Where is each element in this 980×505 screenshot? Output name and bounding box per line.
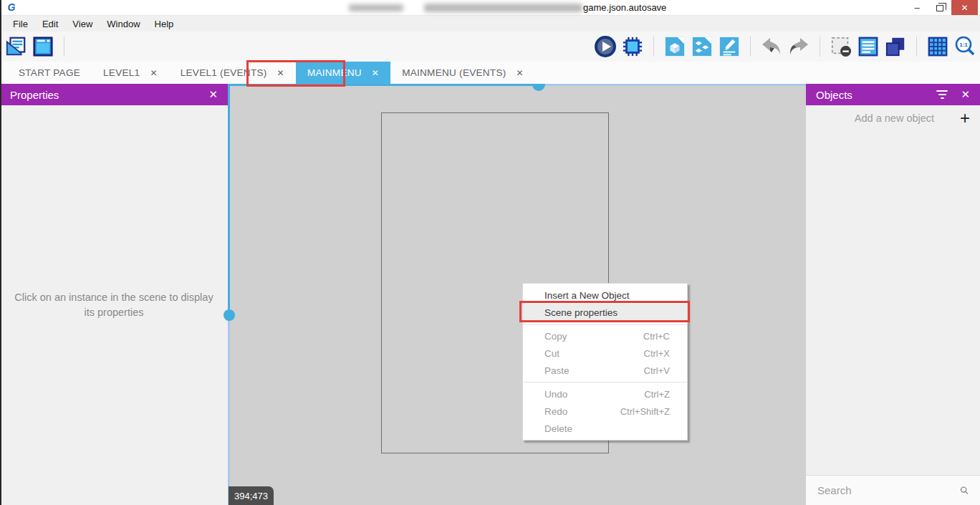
zoom-1-1-icon[interactable]: 1:1 <box>953 35 976 58</box>
objects-title: Objects <box>816 89 852 101</box>
left-divider <box>228 84 230 309</box>
menu-shortcut: Ctrl+X <box>644 348 670 359</box>
properties-header: Properties ✕ <box>0 84 228 105</box>
search-input[interactable] <box>817 484 960 496</box>
close-icon[interactable]: ✕ <box>208 88 218 101</box>
properties-panel: Properties ✕ Click on an instance in the… <box>0 84 228 505</box>
tab-mainmenu-events[interactable]: MAINMENU (EVENTS) ✕ <box>390 62 535 84</box>
menu-item-label: Cut <box>544 348 559 359</box>
menu-item-label: Scene properties <box>544 307 618 318</box>
menu-item-cut[interactable]: Cut Ctrl+X <box>523 345 687 362</box>
menu-item-label: Redo <box>544 406 567 417</box>
add-object-button[interactable]: Add a new object + <box>806 105 980 131</box>
tab-close-icon[interactable]: ✕ <box>372 68 379 78</box>
restore-button[interactable] <box>928 0 951 15</box>
debug-icon[interactable] <box>621 35 644 58</box>
tab-bar: START PAGE LEVEL1 ✕ LEVEL1 (EVENTS) ✕ MA… <box>0 62 980 84</box>
menu-item-label: Undo <box>544 389 567 400</box>
add-object-label: Add a new object <box>816 112 960 124</box>
cursor-coordinates: 394;473 <box>229 486 274 505</box>
menu-edit[interactable]: Edit <box>35 19 65 29</box>
toolbar-separator <box>750 37 751 57</box>
tab-mainmenu[interactable]: MAINMENU ✕ <box>296 62 390 84</box>
filter-icon[interactable] <box>936 90 948 99</box>
add-object-icon[interactable] <box>663 35 686 58</box>
toolbar-separator <box>64 37 64 57</box>
edit-scene-icon[interactable] <box>718 35 741 58</box>
menu-item-redo[interactable]: Redo Ctrl+Shift+Z <box>523 403 687 420</box>
tab-label: MAINMENU <box>307 67 362 78</box>
toolbar-separator <box>820 37 820 57</box>
tab-close-icon[interactable]: ✕ <box>150 68 157 78</box>
gdevelop-logo-icon: G <box>6 1 17 13</box>
objects-panel: Objects ✕ Add a new object + <box>806 84 980 505</box>
menu-shortcut: Ctrl+C <box>643 331 670 342</box>
redo-icon[interactable] <box>787 35 810 58</box>
close-button[interactable]: ✕ <box>951 0 978 15</box>
menu-item-scene-properties[interactable]: Scene properties <box>523 304 687 321</box>
menu-item-paste[interactable]: Paste Ctrl+V <box>523 362 687 379</box>
minimize-button[interactable]: – <box>905 0 928 15</box>
restore-icon <box>936 5 943 11</box>
menu-item-label: Delete <box>544 423 572 434</box>
menu-help[interactable]: Help <box>148 19 181 29</box>
properties-empty-message: Click on an instance in the scene to dis… <box>10 290 218 320</box>
menu-separator <box>523 382 687 383</box>
toolbar: 1:1 <box>0 32 980 62</box>
tab-label: LEVEL1 <box>103 67 140 78</box>
menu-item-copy[interactable]: Copy Ctrl+C <box>523 327 687 345</box>
context-menu: Insert a New Object Scene properties Cop… <box>522 283 688 441</box>
layers-icon[interactable] <box>884 35 907 58</box>
left-divider <box>228 309 230 505</box>
title-bar: G game.json.autosave – ✕ <box>0 0 980 16</box>
menu-item-insert-new-object[interactable]: Insert a New Object <box>523 287 687 304</box>
menu-item-undo[interactable]: Undo Ctrl+Z <box>523 385 687 403</box>
grid-icon[interactable] <box>926 35 949 58</box>
menu-item-label: Paste <box>544 365 570 376</box>
window-left-edge <box>0 0 1 505</box>
top-divider <box>533 84 806 86</box>
menu-view[interactable]: View <box>65 19 100 29</box>
tab-label: START PAGE <box>19 67 80 78</box>
undo-icon[interactable] <box>760 35 783 58</box>
objects-header: Objects ✕ <box>806 84 980 105</box>
instance-properties-icon[interactable] <box>857 35 880 58</box>
plus-icon: + <box>960 110 970 127</box>
menu-shortcut: Ctrl+V <box>644 365 670 376</box>
close-icon[interactable]: ✕ <box>961 88 970 101</box>
tab-level1[interactable]: LEVEL1 ✕ <box>92 62 169 84</box>
toolbar-separator <box>916 37 917 57</box>
menu-file[interactable]: File <box>6 19 35 29</box>
object-search-bar <box>806 475 980 505</box>
play-icon[interactable] <box>594 35 617 58</box>
top-divider <box>230 84 533 86</box>
start-page-icon[interactable] <box>32 35 54 58</box>
left-drag-handle[interactable] <box>224 309 235 321</box>
tab-close-icon[interactable]: ✕ <box>517 68 524 78</box>
instances-list-icon[interactable] <box>691 35 714 58</box>
svg-text:1:1: 1:1 <box>959 42 968 48</box>
tab-label: MAINMENU (EVENTS) <box>402 67 506 78</box>
search-icon <box>960 484 969 497</box>
tab-label: LEVEL1 (EVENTS) <box>181 67 267 78</box>
tab-level1-events[interactable]: LEVEL1 (EVENTS) ✕ <box>169 62 296 84</box>
menu-item-delete[interactable]: Delete <box>523 420 687 437</box>
menu-window[interactable]: Window <box>100 19 147 29</box>
window-title: game.json.autosave <box>583 2 666 13</box>
menu-shortcut: Ctrl+Shift+Z <box>620 406 670 417</box>
tab-start-page[interactable]: START PAGE <box>7 62 92 84</box>
redacted-title-segment <box>349 4 403 11</box>
menu-bar: File Edit View Window Help <box>0 16 980 32</box>
project-manager-icon[interactable] <box>4 35 27 58</box>
menu-separator <box>523 324 687 324</box>
tab-close-icon[interactable]: ✕ <box>277 68 284 78</box>
toolbar-separator <box>653 37 654 57</box>
redacted-title-segment <box>424 4 582 12</box>
properties-title: Properties <box>10 89 59 101</box>
menu-item-label: Copy <box>544 331 567 342</box>
render-mask-icon[interactable] <box>830 35 852 58</box>
scene-canvas[interactable] <box>230 84 806 505</box>
menu-shortcut: Ctrl+Z <box>644 389 670 400</box>
menu-item-label: Insert a New Object <box>544 290 630 301</box>
